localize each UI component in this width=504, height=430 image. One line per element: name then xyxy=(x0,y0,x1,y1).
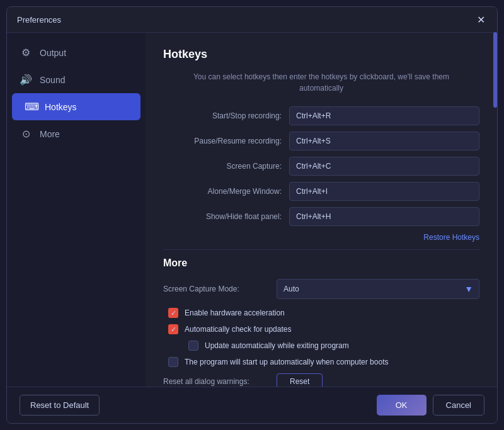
checkbox-row-2: Update automatically while exiting progr… xyxy=(163,341,479,351)
sidebar: ⚙ Output 🔊 Sound ⌨ Hotkeys ⊙ More xyxy=(7,33,146,387)
hotkey-input-0[interactable] xyxy=(289,106,479,125)
main-panel: Hotkeys You can select hotkeys then ente… xyxy=(146,33,497,387)
hotkey-input-4[interactable] xyxy=(289,207,479,226)
reset-to-default-button[interactable]: Reset to Default xyxy=(20,395,100,416)
divider xyxy=(163,249,479,250)
screen-capture-wrapper: Auto Manual Fixed Region ▼ xyxy=(277,279,479,299)
ok-button[interactable]: OK xyxy=(377,395,427,416)
checkbox-auto-update[interactable]: ✓ xyxy=(168,324,178,334)
sidebar-item-output[interactable]: ⚙ Output xyxy=(7,39,146,66)
hotkey-row-4: Show/Hide float panel: xyxy=(163,207,479,226)
scrollbar-thumb[interactable] xyxy=(493,32,497,108)
checkbox-label-0: Enable hardware acceleration xyxy=(185,308,285,317)
screen-capture-label: Screen Capture Mode: xyxy=(163,285,277,293)
sidebar-label-hotkeys: Hotkeys xyxy=(45,102,77,112)
sound-icon: 🔊 xyxy=(20,74,32,86)
footer: Reset to Default OK Cancel xyxy=(7,387,497,423)
sidebar-item-hotkeys[interactable]: ⌨ Hotkeys xyxy=(12,93,140,120)
hotkeys-icon: ⌨ xyxy=(25,101,37,113)
hotkey-row-1: Pause/Resume recording: xyxy=(163,132,479,150)
sidebar-label-more: More xyxy=(40,129,60,139)
checkbox-auto-start[interactable] xyxy=(168,357,178,367)
checkbox-row-3: The program will start up automatically … xyxy=(163,357,479,367)
title-bar: Preferences ✕ xyxy=(7,7,497,33)
restore-hotkeys-link[interactable]: Restore Hotkeys xyxy=(423,233,479,242)
close-button[interactable]: ✕ xyxy=(474,13,487,26)
hotkey-label-2: Screen Capture: xyxy=(163,162,289,171)
reset-dialog-label: Reset all dialog warnings: xyxy=(163,377,277,386)
hotkeys-info: You can select hotkeys then enter the ho… xyxy=(163,71,479,94)
output-icon: ⚙ xyxy=(20,47,32,59)
preferences-dialog: Preferences ✕ ⚙ Output 🔊 Sound ⌨ Hotkeys… xyxy=(6,6,498,424)
footer-right: OK Cancel xyxy=(377,395,484,416)
hotkeys-title: Hotkeys xyxy=(163,48,479,61)
hotkey-input-2[interactable] xyxy=(289,157,479,176)
cancel-button[interactable]: Cancel xyxy=(433,395,484,416)
checkbox-label-2: Update automatically while exiting progr… xyxy=(205,341,349,350)
hotkey-row-0: Start/Stop recording: xyxy=(163,106,479,125)
footer-left: Reset to Default xyxy=(20,395,100,416)
hotkey-input-3[interactable] xyxy=(289,182,479,201)
dialog-title: Preferences xyxy=(17,15,61,25)
more-icon: ⊙ xyxy=(20,128,32,140)
sidebar-item-more[interactable]: ⊙ More xyxy=(7,120,146,147)
content-area: ⚙ Output 🔊 Sound ⌨ Hotkeys ⊙ More Hotkey… xyxy=(7,33,497,387)
hotkey-label-3: Alone/Merge Window: xyxy=(163,187,289,196)
hotkey-row-2: Screen Capture: xyxy=(163,157,479,176)
more-title: More xyxy=(163,257,479,269)
hotkey-row-3: Alone/Merge Window: xyxy=(163,182,479,201)
checkbox-hw-accel[interactable]: ✓ xyxy=(168,308,178,318)
checkbox-row-0: ✓ Enable hardware acceleration xyxy=(163,308,479,318)
sidebar-item-sound[interactable]: 🔊 Sound xyxy=(7,66,146,93)
screen-capture-row: Screen Capture Mode: Auto Manual Fixed R… xyxy=(163,279,479,299)
hotkey-label-4: Show/Hide float panel: xyxy=(163,212,289,221)
sidebar-label-output: Output xyxy=(40,48,66,58)
checkbox-exit-update[interactable] xyxy=(188,341,198,351)
reset-dialog-button[interactable]: Reset xyxy=(277,373,323,387)
hotkey-input-1[interactable] xyxy=(289,132,479,150)
reset-dialog-row: Reset all dialog warnings: Reset xyxy=(163,373,479,387)
hotkey-label-1: Pause/Resume recording: xyxy=(163,137,289,145)
checkbox-label-3: The program will start up automatically … xyxy=(185,358,388,366)
checkbox-row-1: ✓ Automatically check for updates xyxy=(163,324,479,334)
sidebar-label-sound: Sound xyxy=(40,75,65,85)
screen-capture-select[interactable]: Auto Manual Fixed Region xyxy=(277,279,479,299)
hotkey-label-0: Start/Stop recording: xyxy=(163,111,289,120)
checkbox-label-1: Automatically check for updates xyxy=(185,325,291,334)
